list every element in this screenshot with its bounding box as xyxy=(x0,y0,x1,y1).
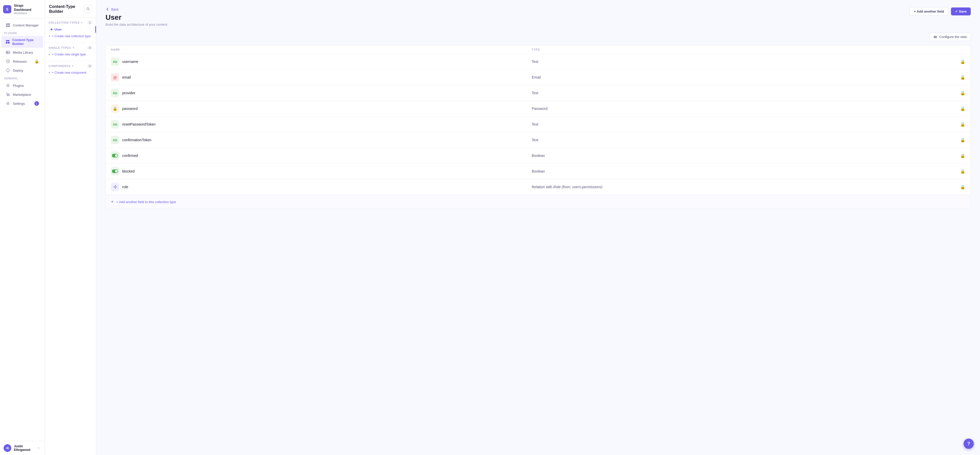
media-library-icon xyxy=(6,50,10,55)
lock-icon: 🔒 xyxy=(34,59,39,64)
lock-icon-role: 🔒 xyxy=(953,185,966,189)
create-component-icon: + xyxy=(49,71,50,75)
create-collection-icon: + xyxy=(49,34,50,38)
settings-icon xyxy=(6,101,10,106)
sidebar-item-media-library[interactable]: Media Library xyxy=(2,48,43,57)
create-component-label: + Create new component xyxy=(52,71,86,75)
ct-panel-title: Content-TypeBuilder xyxy=(49,4,75,14)
svg-rect-5 xyxy=(6,41,8,44)
sidebar-item-label: Settings xyxy=(13,102,25,105)
table-header: NAME TYPE xyxy=(106,45,970,54)
top-actions: + Add another field ✓ Save xyxy=(909,7,971,16)
sidebar-item-releases[interactable]: Releases 🔒 xyxy=(2,57,43,66)
sidebar-item-label: Deploy xyxy=(13,68,23,72)
sidebar-item-settings[interactable]: Settings 1 xyxy=(2,99,43,108)
releases-icon xyxy=(6,59,10,64)
sidebar-item-label: Content-Type Builder xyxy=(12,38,39,46)
create-single-icon: + xyxy=(49,52,50,56)
sidebar-nav: Content Manager PLUGINS Content-Type Bui… xyxy=(0,19,45,441)
sidebar-item-label: Media Library xyxy=(13,51,33,54)
lock-icon-email: 🔒 xyxy=(953,75,966,80)
collection-types-label: COLLECTION TYPES xyxy=(49,21,83,24)
sidebar-item-deploy[interactable]: Deploy xyxy=(2,66,43,75)
fields-table: NAME TYPE Ab username Text 🔒 @ email E xyxy=(105,45,971,209)
svg-point-16 xyxy=(115,154,118,157)
components-section: COMPONENTS 0 + + Create new component xyxy=(45,61,96,80)
content-type-builder-icon xyxy=(6,40,10,44)
table-row: blocked Boolean 🔒 xyxy=(106,164,970,179)
svg-point-18 xyxy=(115,170,118,173)
sidebar: S Strapi Dashboard Workplace Content Man… xyxy=(0,0,45,455)
content-manager-icon xyxy=(6,23,10,27)
top-bar: Back User Build the data architecture of… xyxy=(105,7,971,27)
sidebar-item-label: Content Manager xyxy=(13,23,38,27)
marketplace-icon xyxy=(6,92,10,97)
password-icon: 🔒 xyxy=(111,105,119,113)
svg-point-10 xyxy=(7,85,9,86)
table-row: @ email Email 🔒 xyxy=(106,70,970,85)
lock-icon-provider: 🔒 xyxy=(953,91,966,95)
svg-rect-1 xyxy=(8,23,10,25)
create-single-type-button[interactable]: + + Create new single type xyxy=(45,51,96,58)
field-name-blocked: blocked xyxy=(111,167,532,175)
field-type-confirmationToken: Text xyxy=(532,138,953,142)
sidebar-item-content-manager[interactable]: Content Manager xyxy=(2,21,43,30)
create-component-button[interactable]: + + Create new component xyxy=(45,69,96,76)
resetPasswordToken-icon: Ab xyxy=(111,120,119,128)
create-collection-type-button[interactable]: + + Create new collection type xyxy=(45,33,96,40)
sidebar-header: S Strapi Dashboard Workplace xyxy=(0,0,45,19)
back-link[interactable]: Back xyxy=(105,7,167,11)
collection-types-header: COLLECTION TYPES 1 xyxy=(45,21,96,26)
save-button[interactable]: ✓ Save xyxy=(951,8,971,15)
app-workspace: Workplace xyxy=(14,11,41,14)
table-row: Ab confirmationToken Text 🔒 xyxy=(106,132,970,148)
help-button[interactable]: ? xyxy=(964,439,974,449)
field-type-username: Text xyxy=(532,60,953,64)
sidebar-item-content-type-builder[interactable]: Content-Type Builder xyxy=(2,36,43,48)
svg-rect-2 xyxy=(6,25,8,27)
active-indicator xyxy=(95,26,96,33)
collection-types-count: 1 xyxy=(87,21,92,24)
user-avatar: JE xyxy=(3,444,11,452)
svg-rect-0 xyxy=(6,23,8,25)
field-name-role: ⊹ role xyxy=(111,183,532,191)
collection-types-section: COLLECTION TYPES 1 User + + Create new c… xyxy=(45,18,96,43)
components-header: COMPONENTS 0 xyxy=(45,64,96,69)
deploy-icon xyxy=(6,68,10,73)
field-name-provider: Ab provider xyxy=(111,89,532,97)
add-field-button[interactable]: + Add another field xyxy=(909,7,948,16)
lock-icon-confirmed: 🔒 xyxy=(953,153,966,158)
confirmed-icon xyxy=(111,151,119,160)
sidebar-item-plugins[interactable]: Plugins xyxy=(2,81,43,90)
general-label: GENERAL xyxy=(0,75,45,81)
field-type-confirmed: Boolean xyxy=(532,154,953,158)
lock-icon-blocked: 🔒 xyxy=(953,169,966,174)
back-label: Back xyxy=(111,8,119,11)
ct-search-button[interactable] xyxy=(84,5,92,13)
svg-rect-3 xyxy=(8,25,10,27)
lock-icon-confirmationToken: 🔒 xyxy=(953,138,966,143)
type-header: TYPE xyxy=(532,48,953,51)
role-icon: ⊹ xyxy=(111,183,119,191)
blocked-icon xyxy=(111,167,119,175)
single-types-header: SINGLE TYPES 0 xyxy=(45,46,96,51)
username-icon: Ab xyxy=(111,57,119,66)
field-name-confirmationToken: Ab confirmationToken xyxy=(111,136,532,144)
main-content: Back User Build the data architecture of… xyxy=(96,0,980,455)
table-row: 🔒 password Password 🔒 xyxy=(106,101,970,116)
lock-icon-password: 🔒 xyxy=(953,106,966,111)
components-label: COMPONENTS xyxy=(49,64,74,68)
ct-item-user[interactable]: User xyxy=(45,26,96,33)
user-item-wrapper: User xyxy=(45,26,96,33)
sidebar-item-marketplace[interactable]: Marketplace xyxy=(2,90,43,99)
collapse-button[interactable]: < xyxy=(36,445,41,451)
add-field-collection-button[interactable]: + + Add another field to this collection… xyxy=(106,195,970,209)
field-name-password: 🔒 password xyxy=(111,105,532,113)
field-type-provider: Text xyxy=(532,91,953,95)
field-type-resetPasswordToken: Text xyxy=(532,122,953,126)
table-row: Ab username Text 🔒 xyxy=(106,54,970,70)
sidebar-item-label: Releases xyxy=(13,60,27,64)
configure-view-button[interactable]: Configure the view xyxy=(930,33,971,41)
field-type-blocked: Boolean xyxy=(532,169,953,173)
table-row: ⊹ role Relation with Role (from: users-p… xyxy=(106,179,970,195)
